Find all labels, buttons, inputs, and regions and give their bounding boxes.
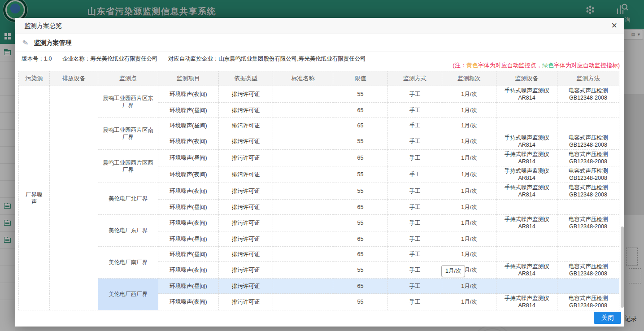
standard-name-cell [273,200,333,215]
basis-type-cell: 排污许可证 [219,200,273,215]
column-header: 监测点 [98,71,158,86]
note-prefix: (注： [453,62,466,69]
standard-name-cell [273,231,333,247]
pollution-source-cell: 厂界噪声 [19,86,50,310]
frequency-cell: 1月/次 [442,279,496,294]
standard-name-cell [273,279,333,294]
modal-title: 监测方案总览 [24,22,62,29]
table-row[interactable]: 美伦电厂西厂界环境噪声(昼间)排污许可证65手工1月/次 [19,279,619,294]
standard-name-cell [273,183,333,200]
method-cell: 电容式声压检测 GB12348-2008 [557,262,619,279]
device-cell [496,103,557,118]
plan-table: 污染源排放设备监测点监测项目依据类型标准名称限值监测方式监测频次监测设备监测方法… [18,71,619,310]
close-button[interactable]: 关闭 [594,312,621,324]
basis-type-cell: 排污许可证 [219,86,273,103]
device-cell: 手持式噪声监测仪 AR814 [496,294,557,310]
frequency-cell: 1月/次 [442,200,496,215]
monitor-mode-cell: 手工 [388,247,442,262]
project-cell: 环境噪声(夜间) [158,294,219,310]
pencil-icon: ✎ [22,38,29,48]
frequency-cell: 1月/次 [442,150,496,166]
modal-titlebar: 监测方案总览 × [15,18,624,34]
method-cell [557,247,619,262]
equipment-cell [50,86,98,310]
frequency-cell: 1月/次 [442,133,496,150]
basis-type-cell: 排污许可证 [219,150,273,166]
frequency-cell: 1月/次 [442,215,496,231]
table-row[interactable]: 晨鸣工业园西片区西厂界环境噪声(昼间)排污许可证65手工1月/次手持式噪声监测仪… [19,150,619,166]
project-cell: 环境噪声(昼间) [158,200,219,215]
limit-cell: 55 [333,133,388,150]
info-bar: 版本号：1.0 企业名称：寿光美伦纸业有限责任公司 对应自动监控企业：山东晨鸣纸… [15,52,624,70]
device-cell [496,118,557,133]
frequency-tooltip: 1月/次 [441,265,465,277]
frequency-cell: 1月/次 [442,118,496,133]
monitoring-point-cell: 美伦电厂东厂界 [98,215,158,247]
plan-table-wrap: 污染源排放设备监测点监测项目依据类型标准名称限值监测方式监测频次监测设备监测方法… [18,71,619,310]
frequency-cell: 1月/次 [442,247,496,262]
frequency-cell: 1月/次 [442,166,496,183]
project-cell: 环境噪声(昼间) [158,118,219,133]
method-cell [557,103,619,118]
limit-cell: 55 [333,183,388,200]
project-cell: 环境噪声(夜间) [158,86,219,103]
device-cell: 手持式噪声监测仪 AR814 [496,262,557,279]
column-header: 污染源 [19,71,50,86]
standard-name-cell [273,118,333,133]
method-cell: 电容式声压检测 GB12348-2008 [557,183,619,200]
project-cell: 环境噪声(夜间) [158,215,219,231]
method-cell: 电容式声压检测 GB12348-2008 [557,86,619,103]
basis-type-cell: 排污许可证 [219,103,273,118]
monitor-mode-cell: 手工 [388,215,442,231]
method-cell: 电容式声压检测 GB12348-2008 [557,294,619,310]
standard-name-cell [273,166,333,183]
device-cell: 手持式噪声监测仪 AR814 [496,86,557,103]
auto-company-value: 山东晨鸣纸业集团股份有限公司,寿光美伦纸业有限责任公司 [218,56,366,62]
limit-cell: 55 [333,215,388,231]
monitor-mode-cell: 手工 [388,103,442,118]
column-header: 限值 [333,71,388,86]
limit-cell: 65 [333,118,388,133]
column-header: 排放设备 [50,71,98,86]
limit-cell: 55 [333,166,388,183]
column-header: 监测频次 [442,71,496,86]
device-cell [496,247,557,262]
limit-cell: 65 [333,279,388,294]
monitoring-point-cell: 晨鸣工业园西片区东厂界 [98,86,158,118]
monitor-mode-cell: 手工 [388,294,442,310]
limit-cell: 65 [333,231,388,247]
table-header-row: 污染源排放设备监测点监测项目依据类型标准名称限值监测方式监测频次监测设备监测方法 [19,71,619,86]
project-cell: 环境噪声(昼间) [158,279,219,294]
basis-type-cell: 排污许可证 [219,215,273,231]
monitoring-plan-modal: 监测方案总览 × ✎ 监测方案管理 版本号：1.0 企业名称：寿光美伦纸业有限责… [15,18,624,327]
basis-type-cell: 排污许可证 [219,133,273,150]
project-cell: 环境噪声(昼间) [158,103,219,118]
limit-cell: 65 [333,150,388,166]
standard-name-cell [273,150,333,166]
table-row[interactable]: 美伦电厂北厂界环境噪声(夜间)排污许可证55手工1月/次手持式噪声监测仪 AR8… [19,183,619,200]
table-row[interactable]: 美伦电厂南厂界环境噪声(昼间)排污许可证65手工1月/次 [19,247,619,262]
project-cell: 环境噪声(昼间) [158,247,219,262]
column-header: 监测方法 [557,71,619,86]
version-label: 版本号： [22,56,44,62]
table-row[interactable]: 厂界噪声晨鸣工业园西片区东厂界环境噪声(夜间)排污许可证55手工1月/次手持式噪… [19,86,619,103]
column-header: 监测项目 [158,71,219,86]
basis-type-cell: 排污许可证 [219,279,273,294]
table-row[interactable]: 晨鸣工业园西片区南厂界环境噪声(昼间)排污许可证65手工1月/次 [19,118,619,133]
column-header: 监测设备 [496,71,557,86]
device-cell: 手持式噪声监测仪 AR814 [496,215,557,231]
monitor-mode-cell: 手工 [388,118,442,133]
frequency-cell: 1月/次 [442,183,496,200]
section-title: 监测方案管理 [34,39,71,47]
project-cell: 环境噪声(昼间) [158,150,219,166]
device-cell [496,231,557,247]
method-cell: 电容式声压检测 GB12348-2008 [557,215,619,231]
frequency-cell: 1月/次 [442,294,496,310]
monitoring-point-cell: 美伦电厂北厂界 [98,183,158,215]
modal-scrollbar-thumb[interactable] [621,226,624,308]
company-label: 企业名称： [62,56,91,62]
limit-cell: 65 [333,247,388,262]
limit-cell: 65 [333,200,388,215]
table-row[interactable]: 美伦电厂东厂界环境噪声(夜间)排污许可证55手工1月/次手持式噪声监测仪 AR8… [19,215,619,231]
close-icon[interactable]: × [611,18,617,33]
